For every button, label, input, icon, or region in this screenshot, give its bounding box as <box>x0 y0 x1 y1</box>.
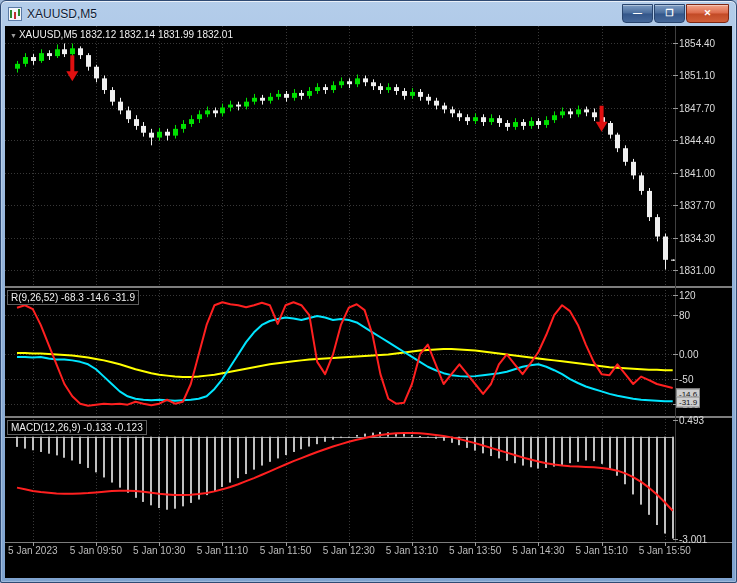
price-label: 1854.40 <box>679 38 715 49</box>
ohlc-header: ▼XAUUSD,M5 1832.12 1832.14 1831.99 1832.… <box>7 28 236 42</box>
macd-scale-label: 0.493 <box>679 414 704 425</box>
indicator-panel[interactable] <box>5 288 732 416</box>
macd-scale-label: -3.001 <box>679 533 707 544</box>
price-label: 1837.70 <box>679 200 715 211</box>
macd-panel[interactable] <box>5 418 732 542</box>
mt4-chart-window: XAUUSD,M5 — ❐ ✕ ▼XAUUSD,M5 1832.12 1832.… <box>0 0 737 583</box>
maximize-icon: ❐ <box>665 8 673 18</box>
titlebar[interactable]: XAUUSD,M5 — ❐ ✕ <box>5 1 732 26</box>
ohlc-header-text: XAUUSD,M5 1832.12 1832.14 1831.99 1832.0… <box>19 29 233 40</box>
symbol-marker-icon: ▼ <box>10 32 17 39</box>
indicator-scale-label: 0.00 <box>679 349 698 360</box>
time-label: 5 Jan 15:50 <box>639 545 691 556</box>
time-label: 5 Jan 2023 <box>8 545 58 556</box>
price-label: 1841.00 <box>679 168 715 179</box>
indicator-scale-label: -50 <box>679 374 693 385</box>
macd-header: MACD(12,26,9) -0.133 -0.123 <box>7 420 147 435</box>
time-label: 5 Jan 14:30 <box>512 545 564 556</box>
price-label: 1834.30 <box>679 233 715 244</box>
price-label: 1847.70 <box>679 103 715 114</box>
window-controls: — ❐ ✕ <box>622 4 729 23</box>
close-icon: ✕ <box>704 8 712 18</box>
window-icon[interactable] <box>8 7 22 21</box>
minimize-icon: — <box>633 8 642 18</box>
time-label: 5 Jan 11:50 <box>260 545 312 556</box>
main-chart-panel[interactable] <box>5 26 732 286</box>
indicator-scale-label: 120 <box>679 290 696 301</box>
time-label: 5 Jan 15:10 <box>575 545 627 556</box>
indicator-value-marker: -31.9 <box>676 397 700 408</box>
time-label: 5 Jan 13:10 <box>386 545 438 556</box>
chart-client-area: ▼XAUUSD,M5 1832.12 1832.14 1831.99 1832.… <box>5 26 732 578</box>
minimize-button[interactable]: — <box>622 4 653 23</box>
price-label: 1851.10 <box>679 70 715 81</box>
window-title: XAUUSD,M5 <box>27 7 97 21</box>
time-label: 5 Jan 11:10 <box>197 545 249 556</box>
price-label: 1831.00 <box>679 265 715 276</box>
time-label: 5 Jan 13:50 <box>449 545 501 556</box>
close-button[interactable]: ✕ <box>686 4 729 23</box>
price-label: 1844.40 <box>679 135 715 146</box>
indicator-scale-label: 80 <box>679 310 690 321</box>
time-label: 5 Jan 12:30 <box>323 545 375 556</box>
time-label: 5 Jan 09:50 <box>70 545 122 556</box>
maximize-button[interactable]: ❐ <box>654 4 685 23</box>
indicator-header: R(9,26,52) -68.3 -14.6 -31.9 <box>7 290 139 305</box>
time-label: 5 Jan 10:30 <box>133 545 185 556</box>
